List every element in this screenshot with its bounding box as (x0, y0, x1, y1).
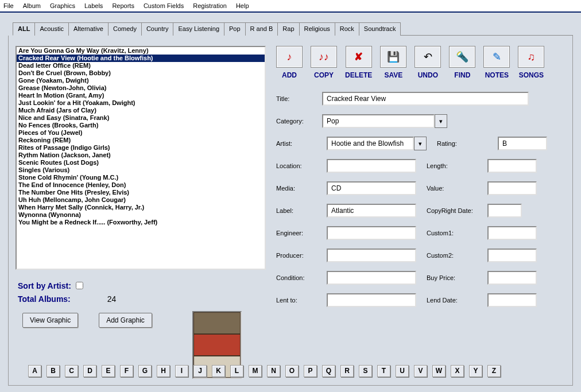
list-item[interactable]: When Harry Met Sally (Connick, Harry, Jr… (17, 204, 265, 211)
artist-input[interactable] (327, 137, 414, 150)
condition-input[interactable] (327, 271, 416, 285)
delete-button[interactable]: ✘DELETE (345, 46, 372, 79)
list-item[interactable]: Are You Gonna Go My Way (Kravitz, Lenny) (17, 47, 265, 55)
alpha-t[interactable]: T (377, 365, 390, 377)
list-item[interactable]: Rythm Nation (Jackson, Janet) (17, 152, 265, 159)
alpha-x[interactable]: X (451, 365, 464, 377)
list-item[interactable]: Pieces of You (Jewel) (17, 129, 265, 137)
tab-all[interactable]: ALL (13, 22, 35, 36)
alpha-f[interactable]: F (120, 365, 133, 377)
alpha-h[interactable]: H (157, 365, 170, 377)
tab-acoustic[interactable]: Acoustic (34, 22, 69, 36)
tab-religious[interactable]: Religious (299, 22, 335, 36)
list-item[interactable]: Just Lookin' for a Hit (Yoakam, Dwight) (17, 99, 265, 107)
list-item[interactable]: Grease (Newton-John, Olivia) (17, 84, 265, 92)
list-item[interactable]: Heart In Motion (Grant, Amy) (17, 92, 265, 99)
alpha-p[interactable]: P (304, 365, 317, 377)
list-item[interactable]: No Fences (Brooks, Garth) (17, 122, 265, 129)
list-item[interactable]: The End of Innocence (Henley, Don) (17, 181, 265, 189)
list-item[interactable]: Scenic Routes (Lost Dogs) (17, 159, 265, 166)
tab-country[interactable]: Country (141, 22, 174, 36)
menu-labels[interactable]: Labels (84, 2, 103, 9)
alpha-c[interactable]: C (65, 365, 78, 377)
label-input[interactable] (327, 204, 416, 218)
list-item[interactable]: Singles (Various) (17, 166, 265, 174)
list-item[interactable]: Nice and Easy (Sinatra, Frank) (17, 114, 265, 122)
menu-file[interactable]: File (3, 2, 14, 9)
alpha-q[interactable]: Q (322, 365, 335, 377)
alpha-d[interactable]: D (83, 365, 96, 377)
songs-button[interactable]: ♫SONGS (518, 46, 544, 79)
menu-help[interactable]: Help (236, 2, 249, 9)
sort-by-artist-checkbox[interactable] (76, 282, 83, 289)
alpha-a[interactable]: A (28, 365, 41, 377)
category-combo[interactable]: ▾ (322, 114, 447, 128)
menu-registration[interactable]: Registration (193, 2, 227, 9)
title-input[interactable] (322, 92, 529, 106)
engineer-input[interactable] (327, 226, 416, 240)
tab-soundtrack[interactable]: Soundtrack (359, 22, 401, 36)
list-item[interactable]: You Might be a Redneck If..... (Foxworth… (17, 219, 265, 226)
view-graphic-button[interactable]: View Graphic (22, 313, 78, 328)
list-item[interactable]: Much Afraid (Jars of Clay) (17, 107, 265, 114)
alpha-i[interactable]: I (175, 365, 188, 377)
alpha-v[interactable]: V (414, 365, 427, 377)
undo-button[interactable]: ↶UNDO (415, 46, 441, 79)
list-item[interactable]: The Number One Hits (Presley, Elvis) (17, 189, 265, 196)
length-input[interactable] (487, 159, 537, 173)
list-item[interactable]: Cracked Rear View (Hootie and the Blowfi… (17, 55, 265, 62)
chevron-down-icon[interactable]: ▾ (435, 114, 447, 128)
menu-custom-fields[interactable]: Custom Fields (144, 2, 184, 9)
alpha-g[interactable]: G (138, 365, 152, 377)
copy-button[interactable]: ♪♪COPY (311, 46, 337, 79)
lentto-input[interactable] (327, 293, 416, 307)
alpha-o[interactable]: O (285, 365, 299, 377)
list-item[interactable]: Stone Cold Rhymin' (Young M.C.) (17, 174, 265, 181)
media-input[interactable] (327, 181, 416, 195)
artist-combo[interactable]: ▾ (327, 137, 427, 150)
location-input[interactable] (327, 159, 416, 173)
copyright-input[interactable] (487, 204, 522, 218)
list-item[interactable]: Wynonna (Wynonna) (17, 211, 265, 219)
rating-input[interactable] (498, 137, 547, 150)
save-button[interactable]: 💾SAVE (380, 46, 406, 79)
alpha-z[interactable]: Z (487, 365, 501, 377)
category-input[interactable] (322, 114, 435, 128)
list-item[interactable]: Uh Huh (Melloncamp, John Cougar) (17, 196, 265, 204)
tab-comedy[interactable]: Comedy (108, 22, 142, 36)
producer-input[interactable] (327, 249, 416, 262)
album-list[interactable]: Are You Gonna Go My Way (Kravitz, Lenny)… (16, 46, 266, 270)
alpha-l[interactable]: L (230, 365, 243, 377)
custom2-input[interactable] (487, 249, 537, 262)
add-button[interactable]: ♪ADD (276, 46, 303, 79)
buyprice-input[interactable] (487, 271, 537, 285)
tab-pop[interactable]: Pop (224, 22, 246, 36)
value-input[interactable] (487, 181, 537, 195)
alpha-n[interactable]: N (267, 365, 280, 377)
find-button[interactable]: 🔦FIND (449, 46, 475, 79)
list-item[interactable]: Gone (Yoakam, Dwight) (17, 77, 265, 84)
custom1-input[interactable] (487, 226, 537, 240)
list-item[interactable]: Rites of Passage (Indigo Girls) (17, 144, 265, 152)
tab-rap[interactable]: Rap (277, 22, 299, 36)
list-item[interactable]: Dead letter Office (REM) (17, 62, 265, 69)
notes-button[interactable]: ✎NOTES (483, 46, 510, 79)
menu-graphics[interactable]: Graphics (50, 2, 75, 9)
alpha-m[interactable]: M (249, 365, 262, 377)
list-item[interactable]: Reckoning (REM) (17, 137, 265, 144)
alpha-s[interactable]: S (359, 365, 372, 377)
alpha-w[interactable]: W (432, 365, 446, 377)
lenddate-input[interactable] (487, 293, 537, 307)
alpha-b[interactable]: B (47, 365, 60, 377)
alpha-k[interactable]: K (212, 365, 225, 377)
add-graphic-button[interactable]: Add Graphic (99, 313, 152, 328)
alpha-e[interactable]: E (102, 365, 115, 377)
tab-alternative[interactable]: Alternative (68, 22, 109, 36)
tab-r-and-b[interactable]: R and B (245, 22, 278, 36)
alpha-r[interactable]: R (340, 365, 354, 377)
menu-reports[interactable]: Reports (112, 2, 134, 9)
tab-easy-listening[interactable]: Easy Listening (173, 22, 224, 36)
list-item[interactable]: Don't Be Cruel (Brown, Bobby) (17, 69, 265, 77)
menu-album[interactable]: Album (23, 2, 41, 9)
chevron-down-icon[interactable]: ▾ (414, 137, 427, 150)
